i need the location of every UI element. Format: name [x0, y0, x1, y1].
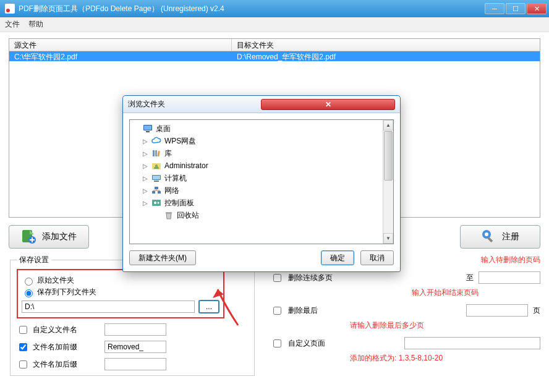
scrollbar[interactable]: ▲ ▼: [383, 120, 393, 244]
expand-icon[interactable]: ▷: [142, 187, 148, 194]
expand-icon[interactable]: ▷: [142, 200, 148, 207]
cloud-icon: [151, 137, 162, 145]
hint-last-count: 请输入删除最后多少页: [350, 320, 424, 331]
close-button[interactable]: ✕: [527, 3, 547, 14]
hint-input-page: 输入待删除的页码: [481, 255, 540, 265]
browse-button[interactable]: ...: [198, 300, 219, 313]
register-label: 注册: [502, 231, 519, 242]
path-input[interactable]: [22, 300, 195, 313]
check-custom-name[interactable]: [19, 326, 27, 334]
control-icon: [151, 198, 162, 207]
window-title: PDF删除页面工具（PDFdo Delete Page） (Unregister…: [19, 4, 485, 14]
save-legend: 保存设置: [17, 255, 51, 265]
add-file-button[interactable]: 添加文件: [9, 225, 89, 249]
register-button[interactable]: 注册: [460, 225, 540, 249]
network-icon: [151, 186, 162, 195]
svg-rect-9: [155, 150, 157, 156]
menubar: 文件 帮助: [0, 17, 549, 32]
tree-item[interactable]: ▷桌面: [131, 122, 381, 135]
tree-item[interactable]: ▷计算机: [131, 172, 381, 184]
computer-icon: [151, 174, 162, 182]
radio-original-label: 原始文件夹: [37, 275, 74, 286]
prefix-input[interactable]: [104, 341, 166, 353]
menu-help[interactable]: 帮助: [28, 19, 43, 30]
register-icon: [481, 229, 497, 245]
save-settings-fieldset: 保存设置 原始文件夹 保存到下列文件夹 ...: [10, 255, 255, 376]
expand-icon[interactable]: ▷: [142, 138, 148, 145]
maximize-button[interactable]: ☐: [506, 3, 526, 14]
col-target[interactable]: 目标文件夹: [232, 39, 540, 51]
hint-format: 添加的格式为: 1,3,5-8,10-20: [350, 353, 443, 364]
check-suffix[interactable]: [19, 360, 27, 369]
suffix-input[interactable]: [104, 358, 166, 370]
tree-item[interactable]: ▷回收站: [131, 209, 381, 221]
radio-folder[interactable]: [25, 289, 33, 297]
titlebar: PDF删除页面工具（PDFdo Delete Page） (Unregister…: [0, 0, 549, 17]
table-row[interactable]: C:\华军软件园2.pdf D:\Removed_华军软件园2.pdf: [9, 51, 540, 61]
add-file-icon: [21, 229, 37, 245]
svg-rect-14: [153, 176, 160, 179]
new-folder-button[interactable]: 新建文件夹(M): [129, 250, 196, 265]
user-icon: [151, 161, 162, 170]
check-custom-pages[interactable]: [273, 339, 281, 347]
custom-name-label: 自定义文件名: [33, 325, 101, 335]
tree-item[interactable]: ▷WPS网盘: [131, 135, 381, 147]
check-prefix[interactable]: [19, 343, 27, 351]
last-count-input[interactable]: [466, 304, 528, 317]
prefix-label: 文件名加前缀: [33, 342, 101, 352]
svg-rect-22: [166, 212, 172, 213]
del-last-label: 删除最后: [288, 305, 318, 316]
expand-icon[interactable]: ▷: [142, 163, 148, 169]
custom-pages-label: 自定义页面: [288, 338, 325, 349]
add-file-label: 添加文件: [42, 231, 77, 242]
svg-point-4: [485, 232, 488, 236]
tree-item-label: 桌面: [156, 124, 171, 134]
library-icon: [151, 149, 162, 158]
scroll-down[interactable]: ▼: [383, 233, 393, 244]
scroll-thumb[interactable]: [384, 131, 393, 181]
radio-original[interactable]: [25, 278, 33, 286]
svg-rect-17: [158, 191, 161, 194]
svg-rect-8: [153, 150, 155, 156]
folder-tree: ▷桌面▷WPS网盘▷库▷Administrator▷计算机▷网络▷控制面板▷回收…: [129, 119, 394, 244]
radio-folder-label: 保存到下列文件夹: [37, 287, 96, 297]
tree-item[interactable]: ▷控制面板: [131, 197, 381, 209]
scroll-up[interactable]: ▲: [383, 120, 393, 130]
custom-name-input[interactable]: [104, 323, 166, 336]
monitor-icon: [142, 124, 153, 133]
recycle-icon: [163, 211, 174, 219]
svg-rect-6: [144, 126, 151, 130]
tree-item-label: 回收站: [177, 210, 199, 221]
cancel-button[interactable]: 取消: [360, 250, 394, 265]
del-seq-label: 删除连续多页: [288, 273, 333, 283]
ok-button[interactable]: 确定: [321, 250, 354, 265]
highlight-box: 原始文件夹 保存到下列文件夹 ...: [17, 269, 224, 318]
check-del-last[interactable]: [273, 307, 281, 315]
seq-end-input[interactable]: [479, 271, 540, 284]
browse-folder-dialog: 浏览文件夹 ✕ ▷桌面▷WPS网盘▷库▷Administrator▷计算机▷网络…: [122, 95, 401, 272]
tree-item[interactable]: ▷Administrator: [131, 160, 381, 172]
tree-item[interactable]: ▷网络: [131, 184, 381, 197]
hint-start-end: 输入开始和结束页码: [412, 288, 479, 298]
menu-file[interactable]: 文件: [5, 19, 20, 30]
tree-item-label: WPS网盘: [164, 136, 196, 147]
minimize-button[interactable]: ─: [485, 3, 504, 14]
svg-point-20: [154, 202, 156, 204]
to-label: 至: [466, 273, 474, 283]
app-icon: [5, 4, 15, 14]
svg-rect-15: [154, 181, 159, 182]
cell-target: D:\Removed_华军软件园2.pdf: [232, 51, 540, 61]
tree-item[interactable]: ▷库: [131, 147, 381, 160]
svg-rect-7: [146, 131, 150, 132]
check-del-seq[interactable]: [273, 274, 281, 282]
dialog-close-button[interactable]: ✕: [261, 99, 395, 110]
expand-icon[interactable]: ▷: [142, 150, 148, 157]
tree-item-label: Administrator: [164, 161, 208, 170]
col-source[interactable]: 源文件: [9, 39, 232, 51]
expand-icon[interactable]: ▷: [142, 175, 148, 182]
custom-pages-input[interactable]: [404, 337, 540, 349]
tree-item-label: 控制面板: [164, 198, 194, 208]
dialog-title: 浏览文件夹: [128, 99, 261, 109]
svg-rect-18: [155, 187, 158, 189]
tree-item-label: 计算机: [164, 173, 187, 184]
